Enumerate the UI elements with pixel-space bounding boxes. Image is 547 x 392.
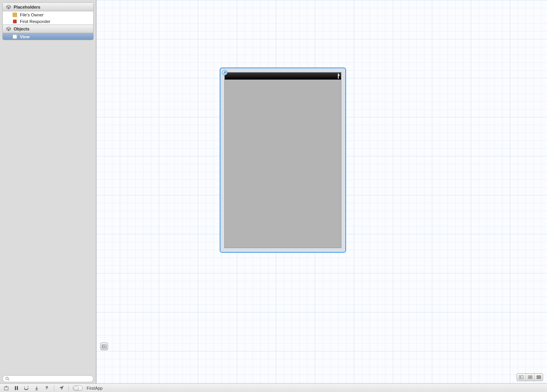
outline-item-view[interactable]: View xyxy=(3,33,93,40)
simulated-status-bar xyxy=(225,73,341,80)
zoom-fit-icon xyxy=(528,375,533,379)
step-over-icon xyxy=(34,386,39,390)
svg-rect-6 xyxy=(102,345,103,348)
zoom-in-icon xyxy=(536,375,541,379)
outline-item-label: View xyxy=(20,34,30,39)
zoom-in-button[interactable] xyxy=(534,374,543,381)
outline-section-placeholders-body: File's Owner First Responder xyxy=(3,11,93,25)
svg-rect-10 xyxy=(529,376,531,378)
toggle-outline-dock-button[interactable] xyxy=(100,342,108,350)
zoom-out-icon xyxy=(519,375,524,379)
outline-item-label: File's Owner xyxy=(20,12,44,17)
step-into-button[interactable] xyxy=(44,385,50,391)
svg-rect-11 xyxy=(537,376,541,379)
svg-rect-14 xyxy=(17,386,18,390)
app-root: Placeholders File's Owner First Responde… xyxy=(0,0,547,392)
outline-panel: Placeholders File's Owner First Responde… xyxy=(2,2,94,40)
process-name-label: FirstApp xyxy=(87,386,103,390)
view-content-area[interactable] xyxy=(225,80,341,248)
panel-collapse-icon xyxy=(102,344,107,349)
outline-item-files-owner[interactable]: File's Owner xyxy=(3,11,93,18)
files-owner-icon xyxy=(12,12,18,18)
outline-section-title: Objects xyxy=(14,27,29,31)
outline-section-objects-header[interactable]: Objects xyxy=(3,25,93,33)
debug-bar: FirstApp xyxy=(0,383,547,392)
panel-up-icon xyxy=(4,386,9,390)
view-icon xyxy=(12,34,18,39)
step-over-button[interactable] xyxy=(34,385,40,391)
svg-rect-13 xyxy=(15,386,16,390)
search-icon xyxy=(5,376,10,381)
document-outline-sidebar: Placeholders File's Owner First Responde… xyxy=(0,0,96,383)
svg-line-4 xyxy=(8,380,9,381)
continue-icon xyxy=(24,386,29,390)
outline-filter-input[interactable] xyxy=(2,375,94,382)
breakpoints-toggle[interactable] xyxy=(73,385,83,391)
outline-section-placeholders-header[interactable]: Placeholders xyxy=(3,3,93,11)
first-responder-icon xyxy=(12,19,18,24)
svg-rect-12 xyxy=(4,387,8,390)
divider xyxy=(68,385,69,391)
outline-filter-bar xyxy=(0,374,96,383)
outline-item-label: First Responder xyxy=(20,19,50,24)
canvas-view-selection[interactable]: ✕ xyxy=(220,67,346,253)
toggle-debug-area-button[interactable] xyxy=(3,385,9,391)
zoom-out-button[interactable] xyxy=(517,374,526,381)
step-into-icon xyxy=(44,386,49,390)
location-arrow-icon xyxy=(59,386,64,390)
svg-rect-15 xyxy=(36,390,38,390)
cube-icon xyxy=(6,26,11,32)
svg-rect-8 xyxy=(520,376,521,378)
outline-section-objects-body: View xyxy=(3,33,93,40)
outline-section-title: Placeholders xyxy=(14,5,40,9)
pause-icon xyxy=(14,386,18,390)
battery-icon xyxy=(338,74,339,78)
svg-point-3 xyxy=(6,377,8,380)
pause-button[interactable] xyxy=(13,385,20,391)
cube-icon xyxy=(6,4,11,10)
location-button[interactable] xyxy=(58,385,64,391)
zoom-actual-button[interactable] xyxy=(526,374,534,381)
ib-canvas[interactable]: ✕ xyxy=(96,0,547,383)
main-area: Placeholders File's Owner First Responde… xyxy=(0,0,547,383)
svg-rect-2 xyxy=(13,35,17,39)
divider xyxy=(54,385,54,391)
simulated-iphone-view[interactable] xyxy=(224,72,341,248)
outline-item-first-responder[interactable]: First Responder xyxy=(3,18,93,25)
close-scene-button[interactable]: ✕ xyxy=(222,70,227,75)
canvas-zoom-segmented-control xyxy=(517,373,543,381)
continue-button[interactable] xyxy=(23,385,30,391)
svg-rect-1 xyxy=(13,20,16,23)
